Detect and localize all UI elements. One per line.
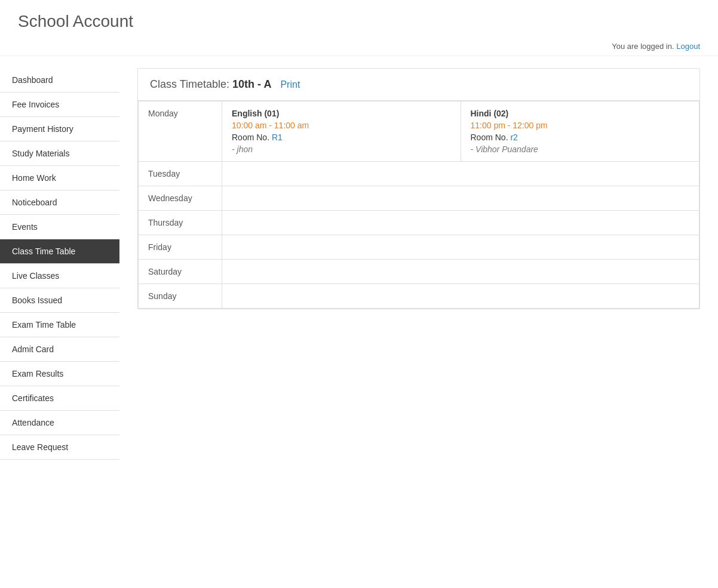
day-cell: Saturday — [139, 260, 222, 284]
table-row: Wednesday — [139, 186, 699, 211]
room-no: Room No. r2 — [471, 133, 690, 142]
day-cell: Friday — [139, 235, 222, 260]
table-row: Sunday — [139, 284, 699, 309]
sidebar-item-exam-results[interactable]: Exam Results — [0, 362, 119, 386]
sidebar-item-events[interactable]: Events — [0, 215, 119, 239]
timetable-body: MondayEnglish (01)10:00 am - 11:00 amRoo… — [138, 101, 699, 309]
sidebar-item-home-work[interactable]: Home Work — [0, 166, 119, 190]
sidebar-item-exam-time-table[interactable]: Exam Time Table — [0, 313, 119, 337]
sidebar-item-books-issued[interactable]: Books Issued — [0, 288, 119, 313]
room-no: Room No. R1 — [232, 133, 451, 142]
app-title: School Account — [0, 0, 718, 37]
sidebar-item-leave-request[interactable]: Leave Request — [0, 435, 119, 460]
subject-cell: English (01)10:00 am - 11:00 amRoom No. … — [222, 101, 461, 162]
table-row: Thursday — [139, 211, 699, 235]
teacher-name: - Vibhor Puandare — [471, 144, 690, 154]
subject-name: Hindi (02) — [471, 109, 690, 118]
timetable-header: Class Timetable: 10th - A Print — [138, 69, 699, 101]
day-cell: Thursday — [139, 211, 222, 235]
table-row: Saturday — [139, 260, 699, 284]
empty-cell — [222, 162, 699, 186]
subject-time: 10:00 am - 11:00 am — [232, 121, 451, 130]
table-row: Friday — [139, 235, 699, 260]
subject-time: 11:00 pm - 12:00 pm — [471, 121, 690, 130]
subject-name: English (01) — [232, 109, 451, 118]
timetable-title: Class Timetable: — [150, 78, 229, 90]
sidebar-item-study-materials[interactable]: Study Materials — [0, 141, 119, 166]
sidebar-item-noticeboard[interactable]: Noticeboard — [0, 190, 119, 215]
sidebar-item-certificates[interactable]: Certificates — [0, 386, 119, 411]
day-cell: Tuesday — [139, 162, 222, 186]
day-cell: Wednesday — [139, 186, 222, 211]
sidebar-item-payment-history[interactable]: Payment History — [0, 117, 119, 141]
sidebar-item-dashboard[interactable]: Dashboard — [0, 68, 119, 93]
empty-cell — [222, 235, 699, 260]
empty-cell — [222, 284, 699, 309]
timetable-box: Class Timetable: 10th - A Print MondayEn… — [137, 68, 700, 309]
top-bar: You are logged in. Logout — [0, 37, 718, 56]
logout-link[interactable]: Logout — [676, 42, 700, 51]
sidebar: DashboardFee InvoicesPayment HistoryStud… — [0, 68, 119, 460]
day-cell: Sunday — [139, 284, 222, 309]
logged-in-text: You are logged in. — [612, 42, 674, 51]
subject-cell: Hindi (02)11:00 pm - 12:00 pmRoom No. r2… — [461, 101, 699, 162]
sidebar-item-fee-invoices[interactable]: Fee Invoices — [0, 93, 119, 117]
main-content: Class Timetable: 10th - A Print MondayEn… — [119, 68, 718, 460]
room-number: r2 — [510, 133, 517, 142]
timetable: MondayEnglish (01)10:00 am - 11:00 amRoo… — [138, 101, 699, 309]
empty-cell — [222, 186, 699, 211]
table-row: MondayEnglish (01)10:00 am - 11:00 amRoo… — [139, 101, 699, 162]
print-link[interactable]: Print — [280, 79, 300, 90]
teacher-name: - jhon — [232, 144, 451, 154]
table-row: Tuesday — [139, 162, 699, 186]
sidebar-item-live-classes[interactable]: Live Classes — [0, 264, 119, 288]
day-cell: Monday — [139, 101, 222, 162]
empty-cell — [222, 260, 699, 284]
sidebar-item-admit-card[interactable]: Admit Card — [0, 337, 119, 362]
class-name: 10th - A — [232, 78, 271, 90]
empty-cell — [222, 211, 699, 235]
room-number: R1 — [272, 133, 283, 142]
sidebar-item-class-time-table[interactable]: Class Time Table — [0, 239, 119, 264]
sidebar-item-attendance[interactable]: Attendance — [0, 411, 119, 435]
